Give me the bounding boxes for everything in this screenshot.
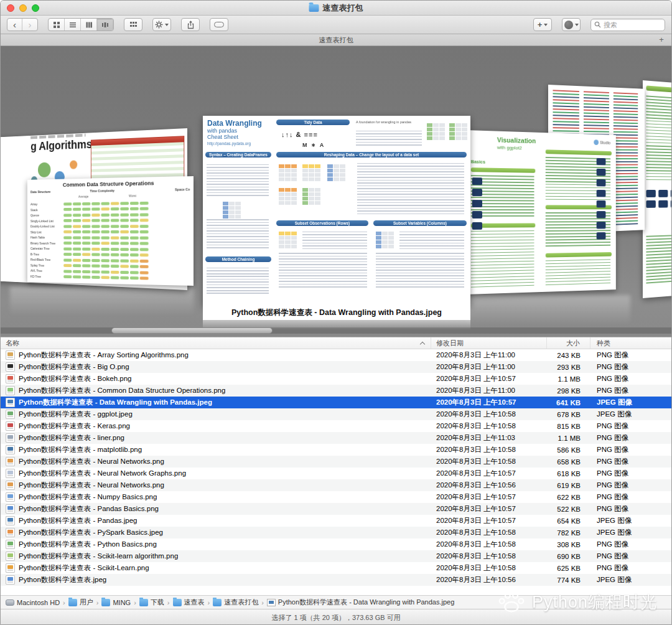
coverflow-item-ggplot[interactable]: Visualization with ggplot2 Studio Basics [466,130,616,294]
file-kind: PNG 图像 [590,421,671,431]
pathbar-item[interactable]: 速查表 [173,598,205,607]
sheet-title: g Algorithms [30,138,92,153]
file-thumbnail-icon [6,410,15,419]
file-date: 2020年8月3日 上午10:58 [431,410,547,419]
add-menu-button[interactable]: + [533,18,552,31]
search-input[interactable] [604,21,656,29]
table-row[interactable]: Python数据科学速查表 - Scikit-learn algorithm.p… [1,550,671,562]
pathbar-item[interactable]: Python数据科学速查表 - Data Wrangling with Pand… [267,598,454,607]
file-date: 2020年8月3日 上午10:58 [431,421,547,431]
file-name: Python数据科学速查表 - Neural Network Graphs.pn… [19,469,186,478]
table-row[interactable]: Python数据科学速查表 - Pandas Basics.png 2020年8… [1,503,671,515]
table-row[interactable]: Python数据科学速查表 - ggplot.jpeg 2020年8月3日 上午… [1,408,671,420]
file-size: 1.1 MB [547,375,590,383]
file-kind: JPEG 图像 [590,410,671,419]
table-row[interactable]: Python数据科学速查表 - PySpark Basics.jpeg 2020… [1,527,671,538]
tab-bar: 速查表打包 + [1,34,671,46]
column-view-icon [85,21,93,29]
table-row[interactable]: Python数据科学速查表 - Python Basics.png 2020年8… [1,538,671,550]
file-thumbnail-icon [6,575,15,585]
arrange-menu-button[interactable] [124,18,142,31]
forward-button[interactable]: › [22,19,37,31]
path-bar: Macintosh HD › 用户 › MING › 下载 › 速查表 › 速查… [1,595,671,609]
icon-view-button[interactable] [49,19,65,31]
file-size: 690 KB [547,553,590,560]
search-field[interactable] [590,19,665,31]
file-thumbnail-icon [6,350,15,360]
table-row[interactable]: Python数据科学速查表 - Scikit-Learn.png 2020年8月… [1,562,671,574]
grid-view-icon [53,21,60,29]
column-header-size[interactable]: 大小 [547,337,590,349]
pathbar-item[interactable]: 用户 [68,598,93,607]
table-row[interactable]: Python数据科学速查表 - Data Wrangling with Pand… [1,397,671,408]
back-button[interactable]: ‹ [7,19,22,31]
pathbar-item[interactable]: 速查表打包 [213,598,258,607]
pathbar-item[interactable]: Macintosh HD [6,599,60,606]
pathbar-item[interactable]: 下载 [139,598,164,607]
coverflow-scrollbar-handle[interactable] [111,327,273,334]
file-name: Python数据科学速查表 - Common Data Structure Op… [19,386,225,395]
coverflow-item-center[interactable]: Data Wrangling with pandas Cheat Sheet h… [203,116,470,306]
coverflow-item-far-right[interactable] [643,80,671,298]
close-button[interactable] [7,4,14,12]
column-header-name[interactable]: 名称 [1,337,431,349]
pathbar-item[interactable]: MING [101,599,131,606]
list-view-button[interactable] [65,19,81,31]
file-thumbnail-icon [6,374,15,383]
table-row[interactable]: Python数据科学速查表 - Keras.png 2020年8月3日 上午10… [1,420,671,432]
file-name: Python数据科学速查表 - Scikit-learn algorithm.p… [19,552,178,561]
cloud-menu-button[interactable] [562,18,581,31]
file-thumbnail-icon [6,552,15,561]
table-row[interactable]: Python数据科学速查表 - Big O.png 2020年8月3日 上午11… [1,361,671,373]
table-row[interactable]: Python数据科学速查表 - matplotlib.png 2020年8月3日… [1,444,671,456]
sheet-title: Common Data Structure Operations [27,179,194,189]
chevron-right-icon: › [167,599,170,606]
file-date: 2020年8月3日 上午11:00 [431,350,547,360]
minimize-button[interactable] [19,4,27,12]
coverflow-item-data-structures[interactable]: Common Data Structure Operations Data St… [27,176,194,286]
new-tab-button[interactable]: + [656,35,666,44]
tab-current[interactable]: 速查表打包 [319,35,353,45]
coverflow-view-button[interactable] [97,19,113,31]
folder-icon [173,599,182,606]
section-subset-cols: Subset Variables (Columns) [373,220,467,226]
file-name: Python数据科学速查表 - Python Basics.png [19,540,157,549]
table-row[interactable]: Python数据科学速查表 - Neural Networks.png 2020… [1,479,671,491]
zoom-button[interactable] [32,4,39,12]
table-row[interactable]: Python数据科学速查表 - Neural Network Graphs.pn… [1,468,671,479]
file-thumbnail-icon [6,398,15,407]
file-kind: JPEG 图像 [590,528,671,537]
file-date: 2020年8月3日 上午10:58 [431,528,547,537]
share-button[interactable] [181,18,200,31]
table-row[interactable]: Python数据科学速查表 - Array Sorting Algorithms… [1,349,671,361]
column-view-button[interactable] [81,19,97,31]
chevron-right-icon: › [208,599,210,606]
file-kind: PNG 图像 [590,563,671,573]
coverflow-caption: Python数据科学速查表 - Data Wrangling with Pand… [203,306,470,320]
table-row[interactable]: Python数据科学速查表 - Numpy Basics.png 2020年8月… [1,491,671,503]
table-row[interactable]: Python数据科学速查表 - liner.png 2020年8月3日 上午11… [1,432,671,444]
file-size: 815 KB [547,423,590,430]
section-reshaping: Reshaping Data – Change the layout of a … [276,152,467,157]
section-subset-rows: Subset Observations (Rows) [276,220,368,226]
table-row[interactable]: Python数据科学速查表 - Pandas.jpeg 2020年8月3日 上午… [1,515,671,527]
file-name: Python数据科学速查表 - Bokeh.png [19,374,132,383]
file-kind: PNG 图像 [590,540,671,549]
table-row[interactable]: Python数据科学速查表 - Neural Networks.png 2020… [1,456,671,468]
file-kind: PNG 图像 [590,386,671,395]
coverflow-scrollbar-track[interactable] [1,327,671,334]
file-kind: PNG 图像 [590,552,671,561]
cloud-icon [564,21,573,29]
tags-button[interactable] [210,18,228,31]
tag-icon [214,22,224,27]
file-thumbnail-icon [6,362,15,372]
file-kind: PNG 图像 [590,362,671,372]
action-menu-button[interactable] [152,18,171,31]
window-title-group: 速查表打包 [309,2,363,14]
column-header-kind[interactable]: 种类 [590,337,671,349]
table-row[interactable]: Python数据科学速查表.jpeg 2020年8月3日 上午10:56 774… [1,574,671,586]
column-header-date[interactable]: 修改日期 [431,337,547,349]
table-row[interactable]: Python数据科学速查表 - Bokeh.png 2020年8月3日 上午10… [1,373,671,385]
file-date: 2020年8月3日 上午10:57 [431,398,547,407]
table-row[interactable]: Python数据科学速查表 - Common Data Structure Op… [1,385,671,397]
